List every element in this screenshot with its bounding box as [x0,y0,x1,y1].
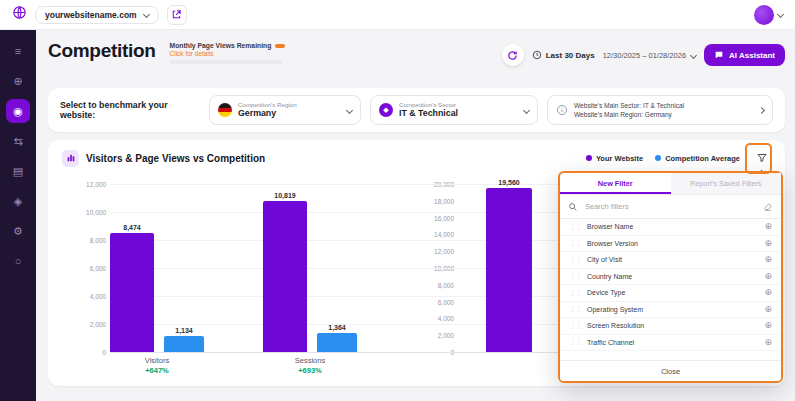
bar[interactable] [164,336,204,352]
add-filter-icon[interactable]: ⊕ [764,338,772,347]
filter-item[interactable]: ⋮⋮Device Type⊕ [560,285,781,302]
add-filter-icon[interactable]: ⊕ [764,239,772,248]
bar-chart-icon [62,150,79,167]
filter-item-label: Device Type [587,289,625,296]
add-filter-icon[interactable]: ⊕ [764,288,772,297]
sidebar-item-pages[interactable]: ▤ [6,159,30,183]
site-selector[interactable]: yourwebsitename.com [35,6,159,24]
tab-saved-filters[interactable]: Report's Saved Filters [671,173,782,194]
drag-handle-icon[interactable]: ⋮⋮ [569,272,581,280]
period-label: Last 30 Days [546,51,595,60]
filter-control [753,149,771,167]
header-controls: Last 30 Days 12/30/2025 – 01/28/2026 AI … [502,44,785,66]
region-value: Germany [238,108,297,119]
tab-new-filter[interactable]: New Filter [560,173,671,194]
sector-select[interactable]: ◆ Competition's Sector IT & Technical [370,95,538,125]
filter-item[interactable]: ⋮⋮Browser Version⊕ [560,236,781,253]
filter-search-input[interactable] [583,201,758,212]
open-site-button[interactable] [167,5,187,25]
bar-wrap: 1,364 [317,324,357,352]
growth-badge: +647% [117,366,197,375]
bar-value-label: 19,560 [498,179,519,186]
filter-item[interactable]: ⋮⋮City of Visit⊕ [560,252,781,269]
filter-item-label: Country Name [587,273,632,280]
bar-group-page-views: 19,560 [486,179,532,352]
drag-handle-icon[interactable]: ⋮⋮ [569,239,581,247]
chevron-down-icon [523,106,530,113]
axis-tick: 2,000 [90,321,106,328]
filter-item[interactable]: ⋮⋮Operating System⊕ [560,302,781,319]
bar[interactable] [486,188,532,352]
chart-title: Visitors & Page Views vs Competition [86,153,265,164]
ai-assistant-button[interactable]: AI Assistant [704,44,785,66]
ai-assistant-label: AI Assistant [729,51,775,60]
sector-value: IT & Technical [399,108,458,119]
bar[interactable] [317,333,357,352]
bar-group-sessions: 10,8191,364 [263,192,357,352]
website-sector-line: Website's Main Sector: IT & Technical [574,101,684,110]
filter-item-label: City of Visit [587,256,622,263]
user-avatar[interactable] [754,5,774,25]
period-selector[interactable]: Last 30 Days [532,50,595,60]
clear-search-icon[interactable] [763,202,773,212]
drag-handle-icon[interactable]: ⋮⋮ [569,338,581,346]
chevron-down-icon [690,51,697,58]
site-name: yourwebsitename.com [45,10,137,20]
filter-item[interactable]: ⋮⋮Browser Name⊕ [560,219,781,236]
sidebar-item-competition[interactable]: ◉ [6,99,30,123]
drag-handle-icon[interactable]: ⋮⋮ [569,305,581,313]
add-filter-icon[interactable]: ⊕ [764,222,772,231]
date-range-picker[interactable]: 12/30/2025 – 01/28/2026 [603,51,696,60]
close-button[interactable]: Close [560,360,781,381]
chat-icon [714,50,724,60]
drag-handle-icon[interactable]: ⋮⋮ [569,289,581,297]
add-filter-icon[interactable]: ⊕ [764,321,772,330]
add-filter-icon[interactable]: ⊕ [764,255,772,264]
bar-wrap: 19,560 [486,179,532,352]
sidebar-item-account[interactable]: ○ [6,249,30,273]
quota-label: Monthly Page Views Remaining [170,42,272,49]
bar-wrap: 10,819 [263,192,307,352]
filter-item[interactable]: ⋮⋮Traffic Channel⊕ [560,335,781,352]
sidebar-item-settings[interactable]: ⚙ [6,219,30,243]
filter-item-label: Browser Name [587,223,633,230]
chart-header: Visitors & Page Views vs Competition You… [48,140,785,167]
drag-handle-icon[interactable]: ⋮⋮ [569,256,581,264]
bar[interactable] [263,201,307,352]
category-label: Visitors+647% [117,356,197,375]
date-range-text: 12/30/2025 – 01/28/2026 [603,51,686,60]
drag-handle-icon[interactable]: ⋮⋮ [569,223,581,231]
sidebar-item-goals[interactable]: ◈ [6,189,30,213]
category-name: Visitors [117,356,197,365]
chevron-down-icon[interactable] [777,11,784,18]
filter-list: ⋮⋮Browser Name⊕⋮⋮Browser Version⊕⋮⋮City … [560,219,781,360]
category-label: Sessions+693% [270,356,350,375]
globe-icon [12,5,27,24]
growth-badge: +693% [270,366,350,375]
region-select[interactable]: Competition's Region Germany [209,95,361,125]
filter-item-label: Operating System [587,306,643,313]
quota-details-link[interactable]: Click for details [170,50,214,57]
sidebar-item-overview[interactable]: ⊕ [6,69,30,93]
bar[interactable] [110,233,154,352]
left-axis: 12,00010,0008,0006,0004,0002,0000 [58,184,106,352]
bar-wrap: 1,134 [164,327,204,352]
filter-button[interactable] [753,149,771,167]
benchmark-label: Select to benchmark your website: [60,100,200,120]
website-info-panel[interactable]: Website's Main Sector: IT & Technical We… [547,95,773,125]
filter-item[interactable]: ⋮⋮Country Name⊕ [560,269,781,286]
chart-legend: Your Website Competition Average [586,154,740,163]
filter-item-label: Browser Version [587,240,638,247]
add-filter-icon[interactable]: ⊕ [764,272,772,281]
info-icon [556,104,568,116]
legend-dot-purple [586,155,592,161]
sidebar-item-menu[interactable]: ≡ [6,39,30,63]
add-filter-icon[interactable]: ⊕ [764,305,772,314]
drag-handle-icon[interactable]: ⋮⋮ [569,322,581,330]
refresh-button[interactable] [502,44,524,66]
app: yourwebsitename.com ≡⊕◉⇆▤◈⚙○ Competition… [0,0,795,401]
filter-panel: New Filter Report's Saved Filters ⋮⋮Brow… [558,171,783,383]
filter-item[interactable]: ⋮⋮Screen Resolution⊕ [560,318,781,335]
filter-search-row [560,195,781,219]
sidebar-item-sources[interactable]: ⇆ [6,129,30,153]
